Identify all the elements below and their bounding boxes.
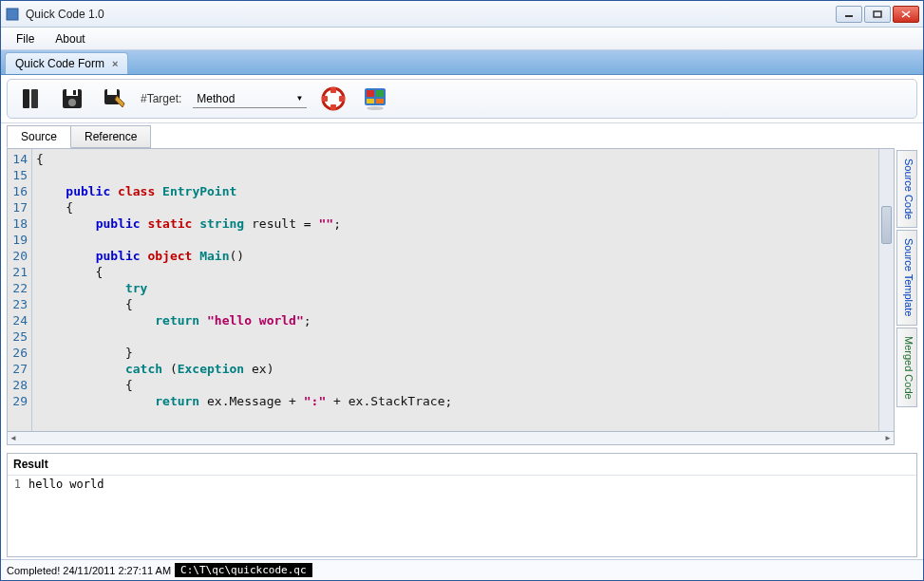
- status-message: Completed! 24/11/2011 2:27:11 AM: [7, 565, 171, 576]
- target-value: Method: [197, 92, 276, 105]
- document-tab-close-icon[interactable]: ×: [112, 58, 118, 69]
- result-line-number: 1: [8, 476, 25, 556]
- menubar: File About: [1, 28, 923, 50]
- horizontal-scrollbar[interactable]: ◄►: [7, 432, 895, 445]
- scrollbar-thumb[interactable]: [881, 206, 892, 244]
- document-tab[interactable]: Quick Code Form ×: [5, 52, 128, 74]
- window-title: Quick Code 1.0: [26, 8, 836, 21]
- target-label: #Target:: [141, 92, 181, 105]
- minimize-button[interactable]: [836, 6, 862, 23]
- maximize-button[interactable]: [864, 6, 891, 23]
- edit-button[interactable]: [99, 84, 129, 114]
- target-combobox[interactable]: Method ▼: [193, 90, 307, 108]
- menu-file[interactable]: File: [7, 29, 44, 48]
- svg-rect-16: [322, 96, 328, 102]
- tab-source[interactable]: Source: [7, 125, 71, 148]
- result-panel: Result 1 hello world: [7, 453, 917, 557]
- svg-rect-20: [376, 90, 384, 97]
- svg-point-23: [367, 106, 384, 110]
- editor-tab-row: Source Reference: [7, 125, 917, 148]
- toolbar: #Target: Method ▼: [7, 79, 917, 119]
- svg-rect-6: [31, 89, 38, 108]
- svg-rect-9: [73, 90, 76, 95]
- svg-rect-5: [23, 89, 29, 108]
- app-window: Quick Code 1.0 File About Quick Code For…: [0, 0, 924, 581]
- close-button[interactable]: [893, 6, 919, 23]
- status-file-path: C:\T\qc\quickcode.qc: [175, 563, 311, 577]
- svg-rect-22: [376, 99, 384, 103]
- svg-rect-0: [7, 9, 18, 20]
- svg-rect-17: [339, 96, 345, 102]
- new-project-button[interactable]: [15, 84, 46, 114]
- result-text: hello world: [25, 476, 107, 556]
- app-icon: [5, 7, 20, 22]
- chevron-down-icon: ▼: [295, 94, 303, 103]
- svg-point-10: [68, 99, 76, 106]
- svg-rect-21: [367, 99, 374, 103]
- help-button[interactable]: [318, 84, 349, 114]
- svg-rect-15: [330, 104, 336, 110]
- result-body: 1 hello world: [8, 476, 916, 556]
- line-gutter: 14151617181920212223242526272829: [8, 149, 32, 431]
- titlebar: Quick Code 1.0: [1, 1, 923, 28]
- svg-rect-2: [874, 11, 881, 17]
- vertical-scrollbar[interactable]: [878, 149, 894, 431]
- toolbar-container: #Target: Method ▼: [1, 75, 923, 123]
- side-tab-merged-code[interactable]: Merged Code: [896, 328, 917, 408]
- code-body[interactable]: { public class EntryPoint { public stati…: [32, 149, 878, 431]
- svg-rect-8: [66, 89, 78, 96]
- editor-wrap: 14151617181920212223242526272829 { publi…: [7, 148, 917, 445]
- window-controls: [836, 6, 919, 23]
- document-tab-bar: Quick Code Form ×: [1, 50, 923, 75]
- code-editor[interactable]: 14151617181920212223242526272829 { publi…: [7, 148, 895, 432]
- side-tab-source-template[interactable]: Source Template: [896, 230, 917, 325]
- save-button[interactable]: [57, 84, 87, 114]
- run-button[interactable]: [360, 84, 390, 114]
- tab-reference[interactable]: Reference: [70, 125, 151, 148]
- side-tab-strip: Source Code Source Template Merged Code: [896, 148, 917, 445]
- svg-rect-14: [330, 87, 336, 93]
- side-tab-source-code[interactable]: Source Code: [896, 150, 917, 228]
- svg-rect-12: [107, 89, 117, 95]
- menu-about[interactable]: About: [46, 29, 94, 48]
- statusbar: Completed! 24/11/2011 2:27:11 AM C:\T\qc…: [1, 559, 923, 580]
- document-tab-label: Quick Code Form: [15, 57, 104, 70]
- svg-rect-19: [367, 90, 374, 97]
- result-header: Result: [8, 454, 916, 476]
- content-area: Source Reference 14151617181920212223242…: [1, 123, 923, 449]
